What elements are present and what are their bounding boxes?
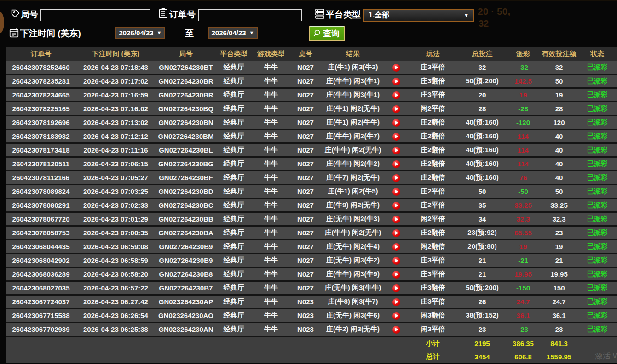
- platform-type-icon: [315, 8, 325, 19]
- play-result-icon[interactable]: [392, 229, 400, 237]
- cell-platform: 经典厅: [216, 212, 252, 226]
- cell-round-no: GN027264230BG: [156, 157, 216, 171]
- play-result-icon[interactable]: [392, 312, 400, 320]
- cell-bet-time: 2026-04-23 07:03:25: [75, 185, 156, 199]
- cell-status: 已派彩: [577, 212, 617, 226]
- cell-game-type: 牛牛: [252, 116, 290, 130]
- cell-play: [385, 88, 407, 102]
- cell-payout: 24.7: [506, 295, 541, 309]
- cell-platform: 经典厅: [216, 323, 252, 336]
- query-button[interactable]: 查询: [309, 26, 345, 41]
- chevron-down-icon: ▼: [464, 12, 469, 18]
- cell-status: 已派彩: [577, 143, 617, 157]
- cell-order-no: 260423068027035: [6, 281, 75, 295]
- cell-valid-bet: 40: [541, 130, 577, 143]
- cell-table-no: N027: [290, 267, 321, 281]
- play-result-icon[interactable]: [392, 188, 400, 196]
- cell-round-no: GN027264230BQ: [156, 102, 216, 116]
- date-to-picker[interactable]: 2026/04/23 ▼: [208, 27, 258, 39]
- cell-result: 庄(无牛) 闲3(牛牛): [321, 281, 385, 295]
- cell-game-type: 牛牛: [252, 185, 290, 199]
- play-result-icon[interactable]: [392, 298, 400, 306]
- table-row: 2604230782251652026-04-23 07:16:02GN0272…: [6, 102, 617, 116]
- cell-total-bet: 28: [459, 102, 506, 116]
- cell-status: 已派彩: [577, 240, 617, 254]
- cell-platform: 经典厅: [216, 116, 252, 130]
- play-result-icon[interactable]: [392, 91, 400, 99]
- cell-payout: -23: [506, 323, 541, 336]
- play-result-icon[interactable]: [392, 78, 400, 85]
- cell-table-no: N027: [290, 130, 321, 143]
- cell-platform: 经典厅: [216, 254, 252, 267]
- cell-status: 已派彩: [577, 199, 617, 212]
- cell-result: 庄(牛1) 闲2(无牛): [321, 102, 385, 116]
- cell-play-type: 庄3翻倍: [407, 281, 459, 295]
- play-result-icon[interactable]: [392, 119, 400, 127]
- date-from-picker[interactable]: 2026/04/23 ▼: [115, 27, 165, 39]
- cell-game-type: 牛牛: [252, 254, 290, 267]
- round-no-input[interactable]: [40, 9, 150, 21]
- cell-order-no: 260423078058753: [6, 226, 75, 240]
- cell-round-no: GN027264230B9: [156, 254, 216, 267]
- cell-result: 庄(牛牛) 闲3(牛1): [321, 74, 385, 88]
- play-result-icon[interactable]: [392, 147, 400, 154]
- cell-play-type: 庄3平倍: [407, 61, 459, 74]
- platform-type-select[interactable]: 1.全部 ▼: [363, 9, 474, 22]
- cell-payout: 36.1: [506, 309, 541, 323]
- cell-play: [385, 116, 407, 130]
- subtotal-label: 小计: [407, 336, 459, 350]
- cell-table-no: N023: [290, 309, 321, 323]
- column-header-6: 结果: [321, 47, 385, 61]
- cell-status: 已派彩: [577, 185, 617, 199]
- cell-order-no: 260423078183932: [6, 130, 75, 143]
- subtotal-row: 小计2195386.35841.3: [6, 336, 617, 350]
- order-no-input[interactable]: [198, 9, 302, 21]
- cell-total-bet: 34: [459, 212, 506, 226]
- play-result-icon[interactable]: [392, 202, 400, 210]
- play-result-icon[interactable]: [392, 105, 400, 113]
- play-result-icon[interactable]: [392, 257, 400, 265]
- cell-order-no: 260423078252460: [6, 61, 75, 74]
- cell-round-no: GN027264230BF: [156, 171, 216, 185]
- cell-play-type: 庄3平倍: [407, 254, 459, 267]
- cell-play: [385, 295, 407, 309]
- cell-payout: 142.5: [506, 74, 541, 88]
- play-result-icon[interactable]: [392, 133, 400, 141]
- play-result-icon[interactable]: [392, 271, 400, 279]
- cell-round-no: GN027264230BR: [156, 88, 216, 102]
- background-text: 20 · 50,: [478, 6, 510, 17]
- subtotal-spacer: [6, 336, 407, 350]
- background-text: 32: [479, 18, 489, 29]
- play-result-icon[interactable]: [392, 284, 400, 292]
- bet-records-screen: 20 · 50, 32 局号 订单号 平台类型 1.全部 ▼ 下注时间 (美东): [0, 0, 617, 364]
- table-footer: 小计2195386.35841.3总计3454606.81559.95: [6, 336, 617, 364]
- cell-play-type: 庄2翻倍: [407, 143, 459, 157]
- play-result-icon[interactable]: [392, 174, 400, 182]
- cell-table-no: N027: [290, 171, 321, 185]
- cell-play: [385, 254, 407, 267]
- cell-table-no: N027: [290, 157, 321, 171]
- cell-status: 已派彩: [577, 309, 617, 323]
- column-header-8: 玩法: [407, 47, 459, 61]
- play-result-icon[interactable]: [392, 216, 400, 223]
- column-header-0: 订单号: [6, 47, 75, 61]
- cell-platform: 经典厅: [216, 281, 252, 295]
- cell-bet-time: 2026-04-23 07:01:29: [75, 212, 156, 226]
- column-header-1: 下注时间 (美东): [75, 47, 156, 61]
- play-result-icon[interactable]: [392, 64, 400, 72]
- cell-platform: 经典厅: [216, 61, 252, 74]
- cell-total-bet: 40(预:160): [459, 116, 506, 130]
- cell-play: [385, 226, 407, 240]
- play-result-icon[interactable]: [392, 160, 400, 168]
- cell-result: 庄(牛牛) 闲2(牛7): [321, 130, 385, 143]
- cell-payout: -120: [506, 116, 541, 130]
- cell-play: [385, 267, 407, 281]
- play-result-icon[interactable]: [392, 326, 400, 334]
- play-result-icon[interactable]: [392, 243, 400, 251]
- cell-result: 庄(牛牛) 闲3(牛9): [321, 267, 385, 281]
- cell-bet-time: 2026-04-23 07:12:12: [75, 130, 156, 143]
- cell-order-no: 260423067702939: [6, 323, 75, 336]
- cell-table-no: N027: [290, 226, 321, 240]
- cell-order-no: 260423078112166: [6, 171, 75, 185]
- cell-table-no: N027: [290, 116, 321, 130]
